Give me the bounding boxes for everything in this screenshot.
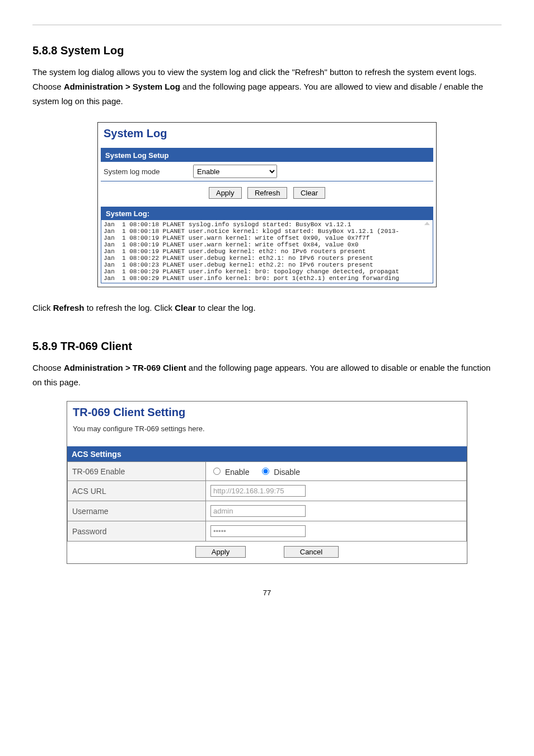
page-number: 77 [32,589,502,597]
disable-radio-label: Disable [274,468,300,477]
log-lines: Jan 1 08:00:18 PLANET syslog.info syslog… [104,221,399,282]
password-label: Password [68,521,206,542]
table-row: ACS URL [68,481,467,501]
section1-after: Click Refresh to refresh the log. Click … [32,301,502,315]
system-log-content: Jan 1 08:00:18 PLANET syslog.info syslog… [101,220,433,283]
acs-settings-table: TR-069 Enable Enable Disable ACS URL [67,461,467,542]
panel-subtitle: You may configure TR-069 settings here. [67,421,467,446]
text-bold: Refresh [53,303,85,312]
refresh-button[interactable]: Refresh [247,187,288,199]
username-input[interactable] [210,505,306,517]
text-bold: Clear [175,303,196,312]
section-heading: 5.8.8 System Log [32,44,502,57]
apply-button[interactable]: Apply [195,546,246,558]
section-heading: 5.8.9 TR-069 Client [32,340,502,353]
acs-url-input[interactable] [210,485,306,497]
panel-title: TR-069 Client Setting [67,402,467,421]
password-input[interactable] [210,525,306,537]
system-log-mode-row: System log mode Enable [101,162,433,181]
system-log-panel: System Log System Log Setup System log m… [97,122,437,287]
text: Choose [32,363,64,372]
disable-radio[interactable] [262,468,269,475]
table-row: Password [68,521,467,542]
password-cell [206,521,467,542]
system-log-mode-select[interactable]: Enable [193,165,277,178]
system-log-setup-header: System Log Setup [101,149,433,162]
text: to refresh the log. Click [87,303,175,312]
system-log-mode-label: System log mode [101,167,193,176]
tr069-enable-cell: Enable Disable [206,462,467,481]
acs-settings-header: ACS Settings [67,446,467,461]
username-cell [206,501,467,521]
section1-paragraph: The system log dialog allows you to view… [32,65,502,109]
username-label: Username [68,501,206,521]
nav-path: Administration > System Log [64,82,180,91]
table-row: TR-069 Enable Enable Disable [68,462,467,481]
system-log-block: System Log: Jan 1 08:00:18 PLANET syslog… [101,207,433,283]
apply-button[interactable]: Apply [209,187,242,199]
enable-radio[interactable] [213,468,221,475]
system-log-header: System Log: [101,207,433,220]
clear-button[interactable]: Clear [293,187,325,199]
section2-paragraph: Choose Administration > TR-069 Client an… [32,361,502,390]
cancel-button[interactable]: Cancel [284,546,339,558]
table-row: Username [68,501,467,521]
tr069-enable-label: TR-069 Enable [68,462,206,481]
text: Click [32,303,53,312]
text: to clear the log. [198,303,256,312]
tr069-panel: TR-069 Client Setting You may configure … [67,401,467,564]
tr069-button-row: Apply Cancel [67,542,467,563]
panel-title: System Log [98,123,436,142]
scroll-up-icon [424,220,430,227]
syslog-button-row: Apply Refresh Clear [98,181,436,207]
nav-path: Administration > TR-069 Client [64,363,186,372]
acs-url-label: ACS URL [68,481,206,501]
acs-url-cell [206,481,467,501]
enable-radio-label: Enable [225,468,250,477]
